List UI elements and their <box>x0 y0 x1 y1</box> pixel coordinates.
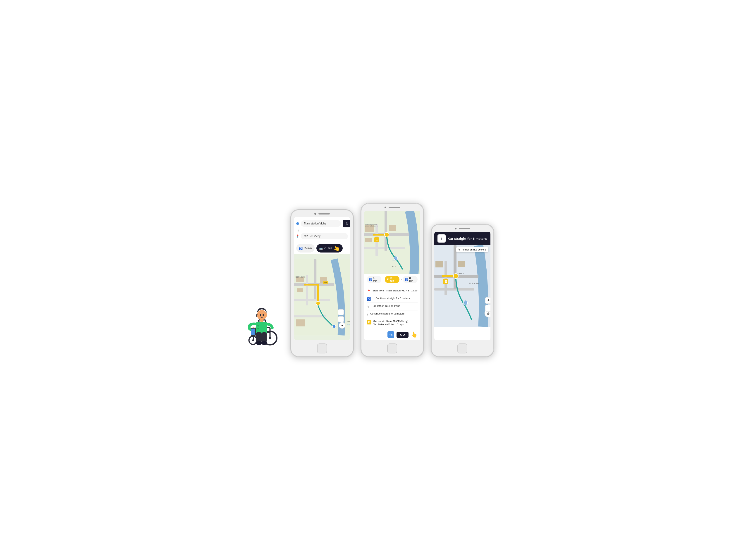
arrow-sep-1: › <box>383 278 383 281</box>
svg-point-15 <box>257 310 267 320</box>
svg-rect-30 <box>294 316 326 318</box>
phone-3-top <box>434 228 490 229</box>
walk1-time: 3 min <box>373 277 379 282</box>
phone-1-bottom <box>294 344 350 353</box>
svg-point-61 <box>384 232 389 237</box>
phone-1: ⇅ 📍 ♿ 35 min <box>290 209 354 357</box>
nav-sub-instruction: ↰ Turn left on Rue de Paris <box>456 247 488 252</box>
wheelchair-step-icon-2: ♿ <box>405 278 408 281</box>
dir-step3: ↑ Continue straight for 2 meters <box>367 310 418 318</box>
svg-rect-33 <box>297 288 303 292</box>
start-time: 18:29 <box>411 289 418 292</box>
bus-badge-inline: E <box>367 320 371 324</box>
camera-1 <box>314 213 316 215</box>
home-button-2[interactable] <box>387 344 397 353</box>
svg-text:Pickup station La Prix: Pickup station La Prix <box>347 321 350 322</box>
phone-3: ↑ Go straight for 5 meters ↰ Turn left o… <box>431 224 494 357</box>
map-nav-container: ↰ Turn left on Rue de Paris <box>434 245 490 327</box>
phone-2-top <box>364 207 420 208</box>
svg-text:DROIT GÉNÉRAL E: DROIT GÉNÉRAL E <box>365 225 377 227</box>
location-icon: 📍 <box>367 289 371 293</box>
svg-text:−: − <box>487 306 490 310</box>
bus-option[interactable]: 🚌 21 min 👆 <box>317 244 343 253</box>
svg-rect-28 <box>314 259 317 299</box>
hand-cursor-icon: 👆 <box>332 244 341 253</box>
walk-step-1: ♿ 3 min <box>367 276 381 283</box>
step2-text: Turn left on Rue de Paris <box>371 305 400 307</box>
map-area-1: D326 ⊕ + − Lémine CAUSSE DROIT GÉNÉRAL E… <box>294 254 350 340</box>
svg-point-16 <box>260 314 261 316</box>
bus-step-time: 10 min <box>390 277 397 282</box>
phone-2: E Fabienne CAUSSE DROIT GÉNÉRAL E l'Acad… <box>360 203 424 357</box>
svg-rect-72 <box>444 261 447 295</box>
speaker-2 <box>389 207 400 208</box>
svg-text:Pl. de la Gare: Pl. de la Gare <box>469 282 479 284</box>
go-footer: 🗺 GO 👆 <box>364 330 420 340</box>
scene: ⇅ 📍 ♿ 35 min <box>238 203 510 357</box>
nav-sub-text: Turn left on Rue de Paris <box>461 249 486 251</box>
phone-1-top <box>294 213 350 215</box>
svg-text:E: E <box>376 238 378 242</box>
svg-point-35 <box>316 301 320 305</box>
svg-rect-27 <box>294 299 330 301</box>
directions-list: 📍 Start from : Train Station VICHY 18:29… <box>364 285 420 330</box>
destination-row: 📍 <box>296 233 348 239</box>
hand-cursor-icon-2: 👆 <box>411 331 418 338</box>
route-connector <box>297 229 300 232</box>
camera-3 <box>455 228 457 229</box>
svg-point-36 <box>332 325 336 328</box>
phone-1-screen: ⇅ 📍 ♿ 35 min <box>294 217 350 340</box>
turn-left-icon: ↰ <box>367 305 370 308</box>
swap-button[interactable]: ⇅ <box>343 220 350 227</box>
walk-option[interactable]: ♿ 35 min <box>296 244 314 253</box>
origin-input[interactable] <box>301 220 341 227</box>
speaker-3 <box>459 228 470 229</box>
route-options: ♿ 35 min 🚌 21 min 👆 <box>294 242 350 254</box>
person-illustration <box>238 288 284 348</box>
dir-step4: E Get on at : Gare SNCF (Vichy) To : Bel… <box>367 318 418 328</box>
steps-summary-bar: ♿ 3 min › E 10 min › ♿ 8 min <box>364 274 420 285</box>
go-button[interactable]: GO <box>397 332 408 338</box>
svg-point-12 <box>257 325 259 326</box>
route-inputs: ⇅ 📍 <box>294 217 350 242</box>
origin-dot <box>296 222 299 225</box>
svg-text:⊕: ⊕ <box>487 311 490 316</box>
svg-text:D326: D326 <box>324 282 327 283</box>
svg-rect-86 <box>436 261 443 267</box>
step4-line1: Get on at : Gare SNCF (Vichy) <box>373 320 408 323</box>
svg-rect-54 <box>384 211 387 251</box>
svg-rect-21 <box>256 332 262 343</box>
svg-text:E: E <box>445 279 447 283</box>
nav-main-instruction: Go straight for 5 meters <box>448 237 487 240</box>
nav-up-arrow: ↑ <box>438 234 446 242</box>
destination-input[interactable] <box>301 233 348 239</box>
dir-step1: ♿ ↑ Continue straight for 5 meters <box>367 295 418 303</box>
start-label: Start from : Train Station VICHY <box>373 289 410 292</box>
wheelchair-dir-icon: ♿ <box>367 297 371 301</box>
nav-header: ↑ Go straight for 5 meters <box>434 232 490 245</box>
svg-rect-29 <box>306 275 308 305</box>
svg-point-24 <box>261 341 267 345</box>
svg-rect-20 <box>251 329 255 335</box>
svg-text:−: − <box>340 317 342 321</box>
dir-step2: ↰ Turn left on Rue de Paris <box>367 303 418 310</box>
bus-time: 21 min <box>324 247 332 250</box>
map-toggle-btn[interactable]: 🗺 <box>388 331 394 338</box>
walk2-time: 8 min <box>409 277 415 282</box>
wheelchair-step-icon: ♿ <box>369 278 372 281</box>
bus-badge-letter: E <box>368 321 370 324</box>
home-button-1[interactable] <box>317 344 327 353</box>
arrow-sep-2: › <box>401 278 401 281</box>
home-button-3[interactable] <box>458 344 467 353</box>
bus-icon: 🚌 <box>319 247 323 250</box>
svg-text:⊕: ⊕ <box>341 324 343 327</box>
svg-text:Rue du...: Rue du... <box>392 266 397 267</box>
turn-left-sub-icon: ↰ <box>458 248 460 251</box>
svg-rect-34 <box>296 319 305 326</box>
svg-text:Rue de P...: Rue de P... <box>457 273 465 275</box>
walk-step-2: ♿ 8 min <box>403 276 417 283</box>
svg-point-17 <box>262 314 264 316</box>
svg-rect-87 <box>458 261 465 267</box>
svg-text:Fabienne CAUSSE: Fabienne CAUSSE <box>365 224 377 225</box>
svg-text:DROIT GÉNÉRAL E: DROIT GÉNÉRAL E <box>296 277 306 278</box>
